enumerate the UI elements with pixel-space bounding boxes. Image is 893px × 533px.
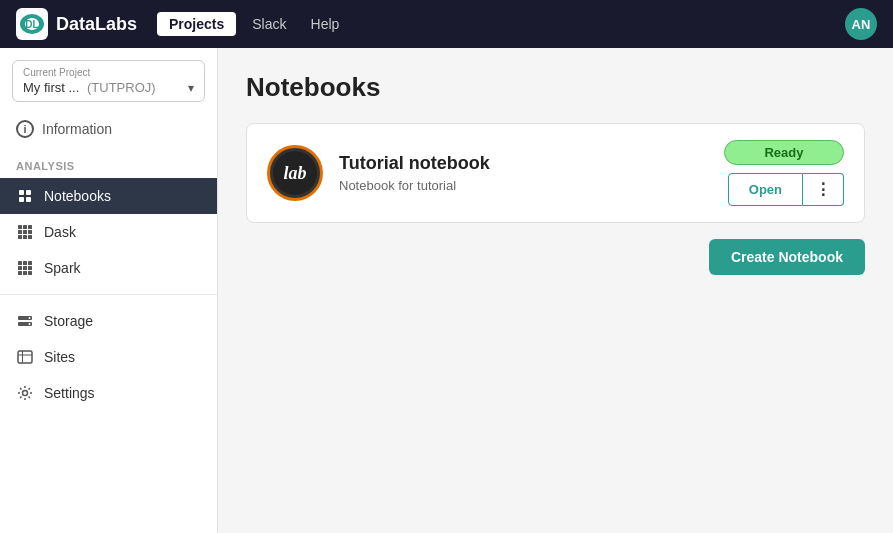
svg-rect-4 — [19, 190, 24, 195]
svg-rect-17 — [18, 261, 22, 265]
svg-rect-5 — [26, 190, 31, 195]
project-name: My first ... (TUTPROJ) — [23, 80, 156, 95]
status-badge: Ready — [724, 140, 844, 165]
notebook-card: lab Tutorial notebook Notebook for tutor… — [246, 123, 865, 223]
notebook-logo-inner: lab — [273, 151, 317, 195]
svg-rect-8 — [18, 225, 22, 229]
main-layout: Current Project My first ... (TUTPROJ) ▾… — [0, 48, 893, 533]
logo: DL DataLabs — [16, 8, 137, 40]
sidebar-item-dask[interactable]: Dask — [0, 214, 217, 250]
sidebar-item-spark[interactable]: Spark — [0, 250, 217, 286]
action-row: Open ⋮ — [728, 173, 844, 206]
sidebar-item-storage[interactable]: Storage — [0, 303, 217, 339]
svg-rect-10 — [28, 225, 32, 229]
svg-rect-30 — [18, 351, 32, 363]
dask-label: Dask — [44, 224, 76, 240]
storage-icon — [16, 312, 34, 330]
notebooks-label: Notebooks — [44, 188, 111, 204]
sidebar: Current Project My first ... (TUTPROJ) ▾… — [0, 48, 218, 533]
page-title: Notebooks — [246, 72, 865, 103]
svg-rect-21 — [23, 266, 27, 270]
slack-nav-btn[interactable]: Slack — [240, 12, 298, 36]
svg-point-28 — [29, 317, 31, 319]
dask-icon — [16, 223, 34, 241]
sidebar-item-settings[interactable]: Settings — [0, 375, 217, 411]
spark-icon — [16, 259, 34, 277]
settings-icon — [16, 384, 34, 402]
user-avatar[interactable]: AN — [845, 8, 877, 40]
svg-rect-15 — [23, 235, 27, 239]
notebook-logo: lab — [267, 145, 323, 201]
settings-label: Settings — [44, 385, 95, 401]
analysis-section-label: Analysis — [0, 148, 217, 178]
svg-rect-23 — [18, 271, 22, 275]
notebook-name: Tutorial notebook — [339, 153, 708, 174]
svg-point-33 — [23, 391, 28, 396]
more-options-button[interactable]: ⋮ — [803, 173, 844, 206]
notebook-info: Tutorial notebook Notebook for tutorial — [339, 153, 708, 193]
notebook-actions: Ready Open ⋮ — [724, 140, 844, 206]
svg-rect-14 — [18, 235, 22, 239]
svg-rect-20 — [18, 266, 22, 270]
spark-label: Spark — [44, 260, 81, 276]
svg-rect-32 — [22, 351, 23, 363]
logo-text: DataLabs — [56, 14, 137, 35]
sidebar-item-notebooks[interactable]: Notebooks — [0, 178, 217, 214]
svg-rect-16 — [28, 235, 32, 239]
svg-rect-18 — [23, 261, 27, 265]
svg-rect-25 — [28, 271, 32, 275]
svg-rect-7 — [26, 197, 31, 202]
project-selector[interactable]: Current Project My first ... (TUTPROJ) ▾ — [12, 60, 205, 102]
svg-rect-11 — [18, 230, 22, 234]
svg-rect-24 — [23, 271, 27, 275]
chevron-down-icon: ▾ — [188, 81, 194, 95]
svg-rect-19 — [28, 261, 32, 265]
svg-rect-6 — [19, 197, 24, 202]
info-icon: i — [16, 120, 34, 138]
sidebar-divider — [0, 294, 217, 295]
main-content: Notebooks lab Tutorial notebook Notebook… — [218, 48, 893, 533]
notebook-description: Notebook for tutorial — [339, 178, 708, 193]
svg-rect-13 — [28, 230, 32, 234]
svg-text:DL: DL — [25, 19, 38, 30]
navbar: DL DataLabs Projects Slack Help AN — [0, 0, 893, 48]
svg-point-29 — [29, 323, 31, 325]
help-nav-btn[interactable]: Help — [299, 12, 352, 36]
project-label: Current Project — [23, 67, 194, 78]
sites-label: Sites — [44, 349, 75, 365]
create-notebook-button[interactable]: Create Notebook — [709, 239, 865, 275]
projects-nav-btn[interactable]: Projects — [157, 12, 236, 36]
svg-rect-12 — [23, 230, 27, 234]
svg-rect-9 — [23, 225, 27, 229]
svg-rect-31 — [18, 355, 32, 356]
sidebar-item-sites[interactable]: Sites — [0, 339, 217, 375]
open-button[interactable]: Open — [728, 173, 803, 206]
information-label: Information — [42, 121, 112, 137]
sidebar-item-information[interactable]: i Information — [0, 110, 217, 148]
sites-icon — [16, 348, 34, 366]
project-value[interactable]: My first ... (TUTPROJ) ▾ — [23, 80, 194, 95]
svg-rect-22 — [28, 266, 32, 270]
storage-label: Storage — [44, 313, 93, 329]
notebooks-icon — [16, 187, 34, 205]
